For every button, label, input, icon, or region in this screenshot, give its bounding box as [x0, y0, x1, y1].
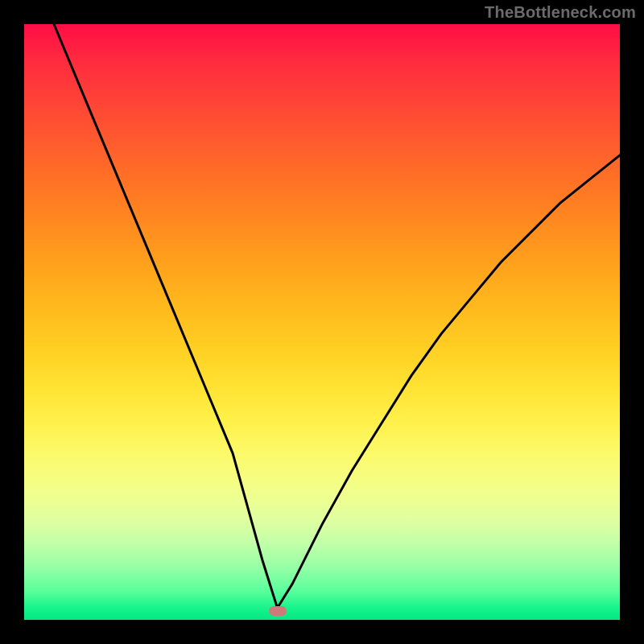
plot-area — [24, 24, 620, 620]
watermark-text: TheBottleneck.com — [485, 3, 636, 22]
chart-frame: TheBottleneck.com — [0, 0, 644, 644]
bottleneck-curve — [24, 24, 620, 620]
optimal-marker — [269, 606, 287, 616]
